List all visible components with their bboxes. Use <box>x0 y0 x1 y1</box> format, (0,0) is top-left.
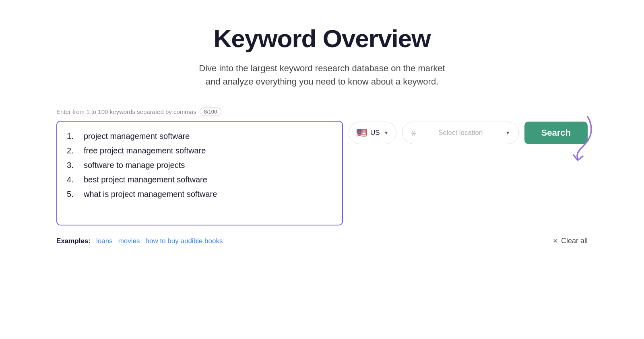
location-pin-icon: ⚹ <box>411 129 417 137</box>
example-link-loans[interactable]: loans <box>96 237 113 245</box>
keyword-item-4: best project management software <box>67 173 332 186</box>
examples-label: Examples: <box>56 237 91 245</box>
arrow-decoration <box>564 113 596 163</box>
keywords-input-area[interactable]: project management software free project… <box>56 121 343 225</box>
keyword-counter: 8/100 <box>200 107 222 116</box>
clear-all-label: Clear all <box>561 237 588 245</box>
keyword-item-5: what is project management software <box>67 188 332 201</box>
page-title: Keyword Overview <box>214 24 431 53</box>
keyword-item-1: project management software <box>67 130 332 143</box>
location-select-button[interactable]: ⚹ Select location ▼ <box>402 122 519 144</box>
country-select-button[interactable]: 🇺🇸 US ▼ <box>349 122 396 144</box>
keywords-list: project management software free project… <box>67 130 332 201</box>
page-subtitle: Dive into the largest keyword research d… <box>199 62 445 88</box>
search-row: project management software free project… <box>32 121 612 225</box>
country-chevron-icon: ▼ <box>384 130 389 136</box>
keyword-item-3: software to manage projects <box>67 159 332 172</box>
country-flag-icon: 🇺🇸 <box>356 128 367 137</box>
controls-row: 🇺🇸 US ▼ ⚹ Select location ▼ Search <box>349 122 588 144</box>
example-link-movies[interactable]: movies <box>118 237 140 245</box>
clear-icon: ✕ <box>553 237 558 245</box>
location-placeholder: Select location <box>421 129 501 137</box>
keyword-item-2: free project management software <box>67 144 332 157</box>
keyword-hint: Enter from 1 to 100 keywords separated b… <box>56 107 221 116</box>
clear-all-button[interactable]: ✕ Clear all <box>553 237 588 245</box>
examples-row: Examples: loans movies how to buy audibl… <box>32 237 612 245</box>
location-chevron-icon: ▼ <box>506 130 510 136</box>
controls-column: 🇺🇸 US ▼ ⚹ Select location ▼ Search <box>349 121 588 225</box>
example-link-audible[interactable]: how to buy audible books <box>146 237 223 245</box>
country-label: US <box>370 129 380 137</box>
